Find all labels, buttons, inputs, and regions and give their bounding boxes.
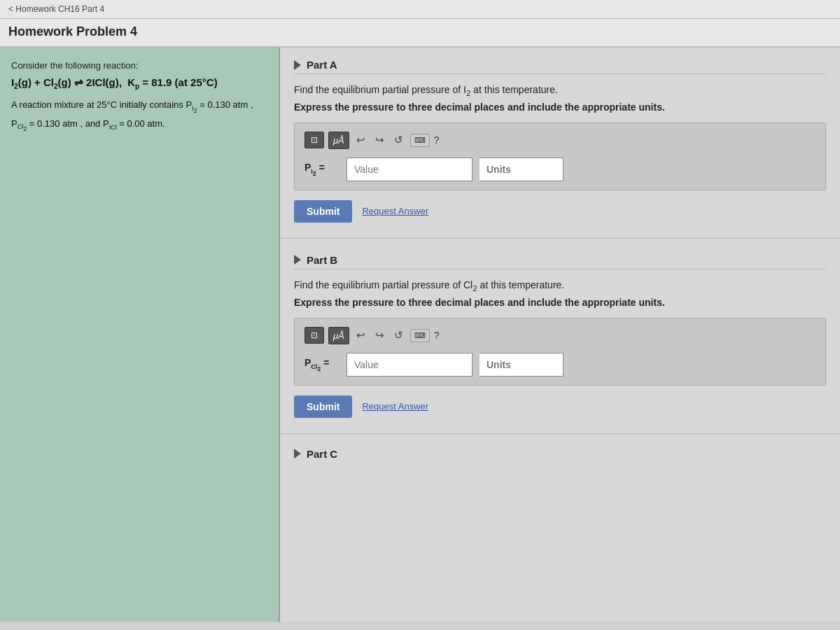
part-a-input-row: PI2 = (304, 158, 816, 181)
right-panel: Part A Find the equilibrium partial pres… (280, 48, 840, 622)
main-layout: Consider the following reaction: I2(g) +… (0, 48, 840, 622)
part-a-collapse-icon[interactable] (294, 60, 301, 70)
part-b-collapse-icon[interactable] (294, 255, 301, 265)
part-a-undo-icon[interactable]: ↩ (354, 132, 368, 148)
part-b-section: Part B Find the equilibrium partial pres… (280, 243, 840, 429)
part-a-reset-icon[interactable]: ↺ (391, 132, 406, 148)
part-a-request-answer-link[interactable]: Request Answer (362, 206, 428, 216)
part-b-answer-box: ⊡ μÅ ↩ ↪ ↺ ⌨ ? PCl2 = (294, 318, 826, 386)
part-b-units-input[interactable] (479, 353, 564, 377)
left-panel: Consider the following reaction: I2(g) +… (0, 48, 280, 622)
part-b-request-answer-link[interactable]: Request Answer (362, 401, 428, 412)
part-a-submit-btn[interactable]: Submit (294, 200, 352, 223)
part-a-units-input[interactable] (479, 158, 564, 181)
reaction-equation: I2(g) + Cl2(g) ⇌ 2ICl(g), Kp = 81.9 (at … (11, 76, 267, 90)
part-b-redo-icon[interactable]: ↪ (372, 328, 387, 343)
part-b-value-input[interactable] (346, 353, 472, 377)
part-b-help-icon[interactable]: ? (434, 330, 440, 341)
part-a-instruction: Express the pressure to three decimal pl… (294, 102, 826, 113)
breadcrumb-bar: < Homework CH16 Part 4 (0, 0, 840, 19)
part-a-mu-btn[interactable]: μÅ (328, 132, 349, 149)
part-b-action-row: Submit Request Answer (294, 396, 826, 418)
part-b-header: Part B (294, 254, 826, 270)
page-header: Homework Problem 4 (0, 19, 840, 48)
part-a-toolbar: ⊡ μÅ ↩ ↪ ↺ ⌨ ? (304, 132, 816, 149)
part-a-help-icon[interactable]: ? (434, 134, 440, 146)
part-b-keyboard-icon[interactable]: ⌨ (410, 329, 430, 342)
part-b-description: Find the equilibrium partial pressure of… (294, 279, 826, 293)
part-b-label: Part B (307, 254, 337, 266)
part-a-action-row: Submit Request Answer (294, 200, 826, 223)
part-a-value-input[interactable] (346, 158, 472, 181)
part-c-collapse-icon[interactable] (294, 449, 301, 458)
reaction-box: I2(g) + Cl2(g) ⇌ 2ICl(g), Kp = 81.9 (at … (11, 76, 267, 134)
page-title: Homework Problem 4 (8, 24, 832, 39)
part-b-submit-btn[interactable]: Submit (294, 396, 352, 418)
part-b-variable-label: PCl2 = (304, 357, 340, 372)
divider-b-c (280, 433, 840, 434)
part-b-mu-btn[interactable]: μÅ (328, 327, 349, 344)
consider-label: Consider the following reaction: (11, 60, 267, 71)
part-b-undo-icon[interactable]: ↩ (354, 328, 368, 343)
part-b-input-row: PCl2 = (304, 353, 816, 377)
part-a-format-btn[interactable]: ⊡ (304, 132, 324, 148)
part-c-section: Part C (280, 438, 840, 467)
breadcrumb-link[interactable]: < Homework CH16 Part 4 (8, 4, 104, 14)
part-a-header: Part A (294, 59, 826, 74)
mixture-info: A reaction mixture at 25°C initially con… (11, 97, 267, 134)
part-a-redo-icon[interactable]: ↪ (372, 132, 387, 148)
part-a-keyboard-icon[interactable]: ⌨ (410, 134, 430, 147)
part-c-label: Part C (307, 448, 337, 460)
part-a-answer-box: ⊡ μÅ ↩ ↪ ↺ ⌨ ? PI2 = (294, 122, 826, 190)
divider-a-b (280, 238, 840, 239)
part-b-toolbar: ⊡ μÅ ↩ ↪ ↺ ⌨ ? (304, 327, 816, 344)
part-b-format-btn[interactable]: ⊡ (304, 327, 324, 344)
part-b-reset-icon[interactable]: ↺ (391, 328, 406, 343)
part-a-variable-label: PI2 = (304, 162, 340, 177)
part-a-section: Part A Find the equilibrium partial pres… (280, 48, 840, 234)
part-b-instruction: Express the pressure to three decimal pl… (294, 297, 826, 308)
part-a-description: Find the equilibrium partial pressure of… (294, 84, 826, 97)
part-a-label: Part A (307, 59, 337, 71)
